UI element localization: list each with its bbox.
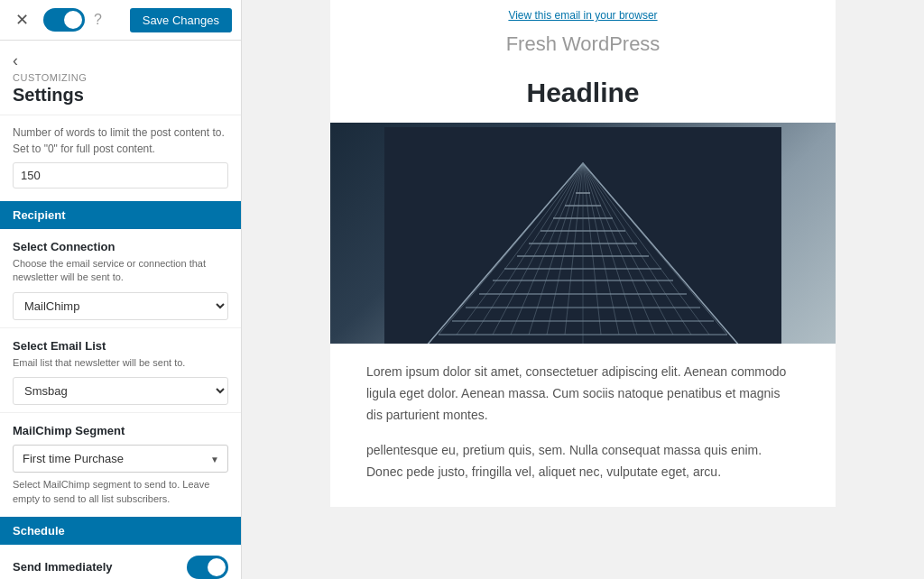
- email-body: Lorem ipsum dolor sit amet, consectetuer…: [330, 344, 836, 507]
- select-email-list-group: Select Email List Email list that newsle…: [0, 328, 241, 413]
- email-paragraph-2: pellentesque eu, pretium quis, sem. Null…: [366, 440, 799, 483]
- email-list-description: Email list that newsletter will be sent …: [13, 356, 228, 370]
- send-immediately-toggle[interactable]: [187, 556, 228, 579]
- email-top-link: View this email in your browser: [330, 0, 836, 27]
- save-changes-button[interactable]: Save Changes: [130, 8, 232, 32]
- email-preview: View this email in your browser Fresh Wo…: [330, 0, 836, 507]
- segment-group: MailChimp Segment First time Purchase Al…: [0, 413, 241, 513]
- customizing-header: ‹ Customizing Settings: [0, 41, 241, 115]
- email-list-label: Select Email List: [13, 339, 228, 353]
- close-button[interactable]: ✕: [9, 7, 34, 32]
- segment-select-wrapper: First time Purchase All Subscribers VIP …: [13, 445, 228, 473]
- send-immediately-label: Send Immediately: [13, 560, 113, 574]
- view-in-browser-link[interactable]: View this email in your browser: [508, 9, 657, 22]
- segment-select[interactable]: First time Purchase All Subscribers VIP: [13, 445, 228, 473]
- customizing-label: Customizing: [13, 72, 228, 83]
- left-panel: ✕ ? Save Changes ‹ Customizing Settings …: [0, 0, 242, 579]
- segment-description: Select MailChimp segment to send to. Lea…: [13, 478, 228, 506]
- settings-title: Settings: [13, 85, 228, 106]
- email-site-name: Fresh WordPress: [330, 27, 836, 69]
- word-limit-input[interactable]: 150: [13, 162, 228, 188]
- email-list-select[interactable]: Smsbag List 2 List 3: [13, 377, 228, 405]
- recipient-section-header: Recipient: [0, 201, 241, 229]
- right-panel: View this email in your browser Fresh Wo…: [242, 0, 924, 579]
- select-connection-group: Select Connection Choose the email servi…: [0, 229, 241, 328]
- top-bar: ✕ ? Save Changes: [0, 0, 241, 41]
- email-headline: Headline: [330, 69, 836, 123]
- panel-content: Number of words to limit the post conten…: [0, 115, 241, 579]
- building-illustration: [384, 127, 781, 344]
- email-hero-image: [330, 123, 836, 344]
- email-paragraph-1: Lorem ipsum dolor sit amet, consectetuer…: [366, 362, 799, 426]
- word-limit-description: Number of words to limit the post conten…: [0, 115, 241, 162]
- connection-label: Select Connection: [13, 240, 228, 253]
- help-icon[interactable]: ?: [94, 12, 102, 28]
- back-button[interactable]: ‹: [13, 51, 18, 70]
- preview-toggle[interactable]: [43, 8, 85, 32]
- segment-label: MailChimp Segment: [13, 424, 228, 437]
- schedule-section-header: Schedule: [0, 517, 241, 545]
- connection-select[interactable]: MailChimp SendGrid AWeber: [13, 292, 228, 320]
- connection-description: Choose the email service or connection t…: [13, 257, 228, 285]
- send-immediately-row: Send Immediately: [0, 545, 241, 579]
